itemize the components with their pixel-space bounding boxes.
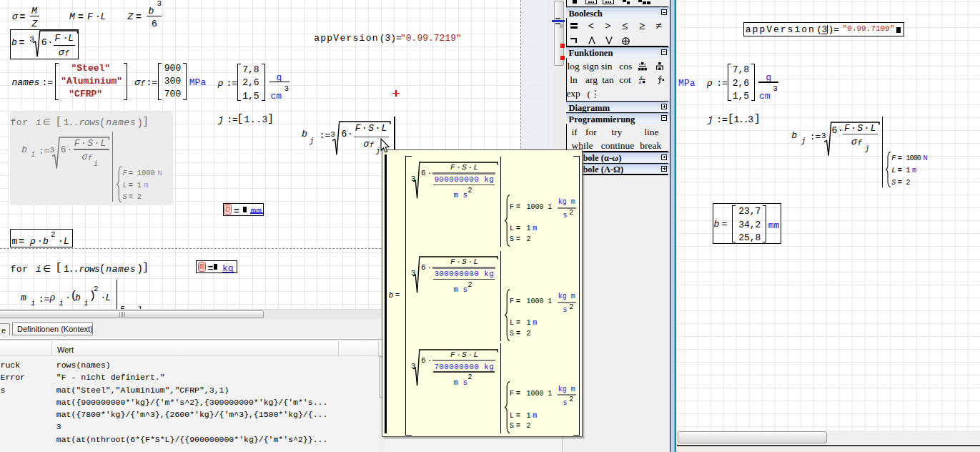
svg-text:d: d [639, 79, 642, 84]
